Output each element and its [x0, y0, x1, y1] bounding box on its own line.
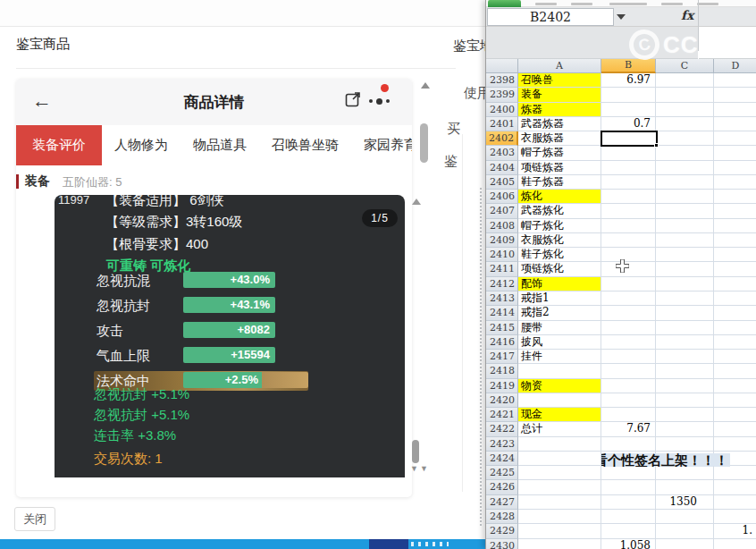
row-header-2402[interactable]: 2402	[486, 131, 518, 146]
cell-C2413[interactable]	[656, 291, 714, 306]
cell-D2409[interactable]	[714, 233, 756, 248]
cell-B2417[interactable]	[601, 350, 656, 364]
cell-D2410[interactable]	[714, 248, 756, 262]
cell-B2399[interactable]	[601, 88, 656, 102]
row-header-2405[interactable]: 2405	[486, 175, 518, 190]
cell-B2422[interactable]: 7.67	[601, 422, 656, 436]
row-header-2413[interactable]: 2413	[486, 291, 518, 306]
row-header-2430[interactable]: 2430	[486, 539, 518, 549]
cell-A2430[interactable]	[518, 539, 601, 549]
cell-C2428[interactable]	[656, 510, 714, 524]
cell-C2427[interactable]: 1350	[656, 495, 714, 510]
cell-A2400[interactable]: 炼器	[518, 103, 601, 117]
scrollbar-thumb[interactable]	[420, 123, 428, 163]
cell-B2407[interactable]	[601, 204, 656, 218]
cell-C2402[interactable]	[656, 131, 714, 146]
fx-icon[interactable]: fx	[681, 8, 693, 22]
cell-D2411[interactable]	[714, 262, 756, 276]
cell-D2399[interactable]	[714, 88, 756, 102]
cell-B2406[interactable]	[601, 190, 656, 204]
cell-B2415[interactable]	[601, 321, 656, 335]
selected-cell-b2402[interactable]	[601, 131, 658, 147]
inner-scrollbar-up-arrow[interactable]	[412, 198, 421, 205]
cell-C2406[interactable]	[656, 190, 714, 204]
ribbon-tab-fragment[interactable]	[571, 3, 592, 5]
row-header-2414[interactable]: 2414	[486, 306, 518, 320]
name-box-dropdown-icon[interactable]	[617, 14, 626, 20]
row-header-2398[interactable]: 2398	[486, 73, 518, 88]
cell-D2401[interactable]	[714, 117, 756, 131]
row-header-2417[interactable]: 2417	[486, 350, 518, 364]
name-box[interactable]: B2402	[487, 8, 614, 26]
cell-A2412[interactable]: 配饰	[518, 277, 601, 291]
cell-B2400[interactable]	[601, 103, 656, 117]
cell-C2410[interactable]	[656, 248, 714, 262]
cell-C2399[interactable]	[656, 88, 714, 102]
cell-A2416[interactable]: 披风	[518, 335, 601, 350]
cell-D2408[interactable]	[714, 219, 756, 233]
cell-D2412[interactable]	[714, 277, 756, 291]
cell-B2409[interactable]	[601, 233, 656, 248]
cell-A2426[interactable]	[518, 480, 601, 494]
cell-A2417[interactable]: 挂件	[518, 350, 601, 364]
tab-equipment-rating[interactable]: 装备评价	[16, 125, 102, 165]
cell-D2413[interactable]	[714, 291, 756, 306]
cell-D2404[interactable]	[714, 161, 756, 175]
row-header-2404[interactable]: 2404	[486, 161, 518, 175]
cell-C2429[interactable]	[656, 524, 714, 538]
cell-A2398[interactable]: 召唤兽	[518, 73, 601, 88]
cell-C2411[interactable]	[656, 262, 714, 276]
row-header-2426[interactable]: 2426	[486, 480, 518, 494]
formula-input-area[interactable]	[699, 27, 756, 59]
inner-scrollbar-down-arrows[interactable]: ▼▼	[410, 464, 430, 473]
cell-B2420[interactable]	[601, 393, 656, 408]
tab-summon-mount[interactable]: 召唤兽坐骑	[259, 125, 351, 165]
cell-C2405[interactable]	[656, 175, 714, 190]
cell-D2425[interactable]	[714, 466, 756, 480]
cell-D2416[interactable]	[714, 335, 756, 350]
cell-C2398[interactable]	[656, 73, 714, 88]
inner-scrollbar-thumb[interactable]	[412, 440, 419, 463]
cell-D2406[interactable]	[714, 190, 756, 204]
row-header-2412[interactable]: 2412	[486, 277, 518, 291]
close-button[interactable]: 关闭	[14, 507, 55, 531]
cell-A2418[interactable]	[518, 364, 601, 378]
row-header-2408[interactable]: 2408	[486, 219, 518, 233]
cell-B2408[interactable]	[601, 219, 656, 233]
cell-D2418[interactable]	[714, 364, 756, 378]
row-header-2425[interactable]: 2425	[486, 466, 518, 480]
cell-A2403[interactable]: 帽子炼器	[518, 146, 601, 160]
cell-B2426[interactable]	[601, 480, 656, 494]
row-header-2416[interactable]: 2416	[486, 335, 518, 350]
row-header-2411[interactable]: 2411	[486, 262, 518, 276]
cell-C2418[interactable]	[656, 364, 714, 378]
row-header-2410[interactable]: 2410	[486, 248, 518, 262]
cell-C2420[interactable]	[656, 393, 714, 408]
column-header-c[interactable]: C	[656, 59, 714, 73]
row-header-2409[interactable]: 2409	[486, 233, 518, 248]
row-header-2418[interactable]: 2418	[486, 364, 518, 378]
cell-C2419[interactable]	[656, 379, 714, 393]
cell-B2404[interactable]	[601, 161, 656, 175]
cell-A2429[interactable]	[518, 524, 601, 538]
cell-B2421[interactable]	[601, 408, 656, 422]
cell-D2426[interactable]	[714, 480, 756, 494]
cell-C2412[interactable]	[656, 277, 714, 291]
ribbon-tab-fragment[interactable]	[535, 3, 557, 5]
row-header-2429[interactable]: 2429	[486, 524, 518, 538]
cell-A2408[interactable]: 帽子炼化	[518, 219, 601, 233]
cell-D2428[interactable]	[714, 510, 756, 524]
cell-D2420[interactable]	[714, 393, 756, 408]
cell-D2415[interactable]	[714, 321, 756, 335]
cell-B2403[interactable]	[601, 146, 656, 160]
cell-C2408[interactable]	[656, 219, 714, 233]
cell-A2415[interactable]: 腰带	[518, 321, 601, 335]
cell-C2400[interactable]	[656, 103, 714, 117]
cell-C2417[interactable]	[656, 350, 714, 364]
row-header-2401[interactable]: 2401	[486, 117, 518, 131]
row-header-2400[interactable]: 2400	[486, 103, 518, 117]
cell-C2407[interactable]	[656, 204, 714, 218]
cell-A2409[interactable]: 衣服炼化	[518, 233, 601, 248]
cell-B2398[interactable]: 6.97	[601, 73, 656, 88]
cell-A2399[interactable]: 装备	[518, 88, 601, 102]
